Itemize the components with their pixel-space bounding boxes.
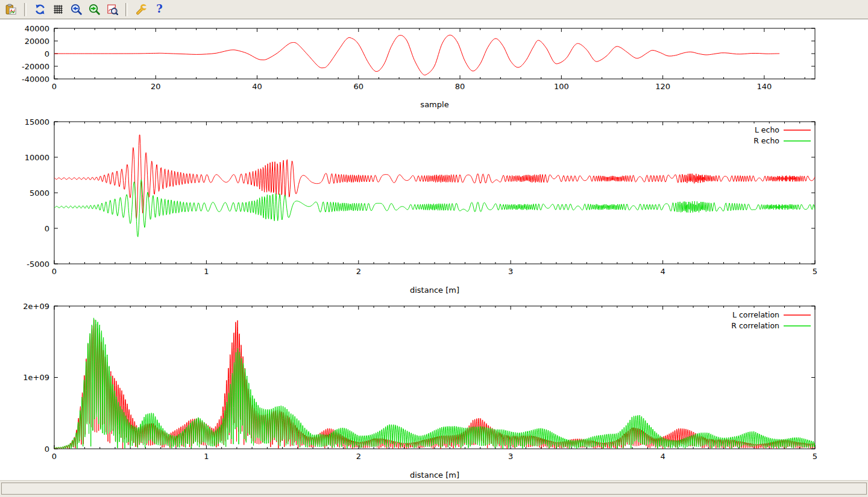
autoscale-button[interactable] [104, 2, 120, 17]
axis-ticks [54, 306, 815, 449]
axis-tick-labels: 012345-5000050001000015000 [25, 117, 818, 277]
legend: L echoR echo [753, 125, 811, 145]
svg-text:140: 140 [756, 82, 772, 91]
status-bar [0, 480, 868, 497]
copy-to-clipboard-button[interactable] [3, 2, 19, 17]
svg-text:0: 0 [45, 445, 49, 454]
plot-transmit-waveform: 020406080100120140-40000-200000200004000… [22, 24, 815, 110]
svg-text:3: 3 [508, 452, 513, 461]
svg-text:2e+09: 2e+09 [23, 302, 49, 311]
configure-icon [136, 4, 147, 15]
svg-text:5: 5 [813, 452, 817, 461]
axis-tick-labels: 020406080100120140-40000-200000200004000… [22, 24, 772, 92]
axis-ticks [54, 122, 815, 264]
legend-label: R echo [753, 136, 779, 145]
status-bar-text [1, 483, 867, 495]
svg-text:?: ? [156, 4, 162, 15]
zoom-next-icon [89, 4, 100, 15]
grid-icon [52, 4, 64, 15]
plot-frame [54, 122, 815, 264]
help-button[interactable]: ? [151, 2, 167, 17]
svg-text:0: 0 [45, 49, 49, 58]
svg-text:0: 0 [52, 267, 57, 276]
series-r-echo-line [54, 180, 815, 237]
svg-text:80: 80 [455, 82, 465, 91]
svg-text:4: 4 [660, 267, 665, 276]
svg-text:5000: 5000 [30, 189, 49, 198]
x-axis-label: distance [m] [410, 470, 459, 480]
svg-text:0: 0 [52, 82, 57, 91]
series-group [54, 35, 779, 75]
series-waveform-line [54, 35, 779, 75]
svg-text:4: 4 [660, 452, 665, 461]
svg-text:2: 2 [356, 267, 361, 276]
svg-text:1e+09: 1e+09 [23, 373, 49, 382]
svg-text:40: 40 [252, 82, 262, 91]
svg-text:5: 5 [813, 267, 817, 276]
series-group [54, 318, 815, 449]
svg-text:60: 60 [354, 82, 364, 91]
legend-label: L correlation [732, 310, 779, 319]
svg-text:10000: 10000 [25, 153, 49, 162]
svg-text:3: 3 [508, 267, 513, 276]
toggle-grid-button[interactable] [50, 2, 66, 17]
help-icon: ? [154, 4, 165, 15]
svg-text:1: 1 [204, 452, 209, 461]
legend-label: R correlation [731, 321, 779, 330]
x-axis-label: distance [m] [410, 286, 459, 295]
autoscale-icon [107, 4, 118, 15]
svg-text:20000: 20000 [25, 37, 49, 46]
svg-text:20: 20 [151, 82, 161, 91]
svg-text:1: 1 [204, 267, 209, 276]
axis-tick-labels: 01234501e+092e+09 [23, 302, 817, 461]
svg-text:0: 0 [45, 224, 49, 233]
zoom-next-button[interactable] [86, 2, 102, 17]
toolbar: ? [0, 0, 868, 19]
toolbar-separator [24, 3, 27, 16]
svg-text:15000: 15000 [25, 117, 49, 127]
copy-plot-icon [5, 4, 17, 15]
svg-text:40000: 40000 [25, 24, 49, 33]
configure-button[interactable] [133, 2, 149, 17]
svg-text:-40000: -40000 [22, 75, 49, 84]
x-axis-label: sample [420, 100, 448, 109]
series-l-correlation-line [54, 320, 815, 449]
replot-button[interactable] [32, 2, 48, 17]
svg-text:100: 100 [554, 82, 569, 91]
svg-text:-5000: -5000 [27, 260, 49, 269]
toolbar-separator [125, 3, 128, 16]
legend: L correlationR correlation [731, 310, 811, 330]
series-group [54, 135, 815, 237]
zoom-previous-button[interactable] [68, 2, 84, 17]
plot-correlation: 01234501e+092e+09distance [m]L correlati… [23, 302, 817, 480]
replot-icon [34, 4, 46, 15]
svg-text:2: 2 [356, 452, 361, 461]
svg-text:-20000: -20000 [22, 62, 49, 71]
series-r-correlation-line [54, 318, 815, 449]
plot-frame [54, 306, 815, 449]
svg-text:0: 0 [52, 452, 57, 461]
plots-canvas: 020406080100120140-40000-200000200004000… [0, 20, 868, 480]
legend-label: L echo [755, 125, 779, 134]
svg-text:120: 120 [655, 82, 670, 91]
gnuplot-window: ? 020406080100120140-40000-2000002000040… [0, 0, 868, 497]
zoom-previous-icon [71, 4, 82, 15]
plot-echo-signals: 012345-5000050001000015000distance [m]L … [25, 117, 818, 295]
